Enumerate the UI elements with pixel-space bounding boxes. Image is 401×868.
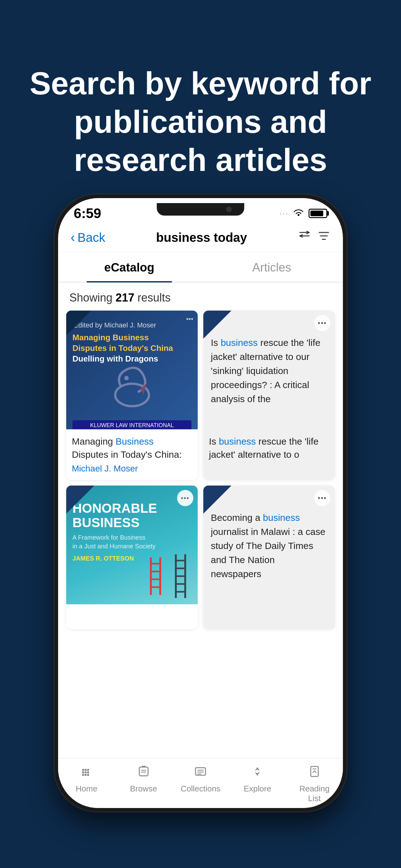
books-grid: ••• Edited by Michael J. Moser Managing … — [58, 311, 343, 480]
ladder-black-icon — [173, 554, 188, 599]
svg-rect-21 — [82, 771, 84, 773]
collections-icon — [194, 765, 207, 781]
hero-title: Search by keyword for publications and r… — [25, 64, 376, 179]
wifi-icon — [293, 208, 304, 219]
books-grid-row2: ••• HONORABLE BUSINESS A Framework for B… — [58, 486, 343, 629]
explore-icon — [250, 765, 264, 781]
ladder-red-icon — [148, 557, 163, 599]
hero-section: Search by keyword for publications and r… — [0, 0, 401, 225]
explore-label: Explore — [244, 784, 271, 794]
article2-dots[interactable]: ••• — [314, 490, 330, 506]
phone-outer: 6:59 ··· — [54, 194, 347, 812]
bottom-tab-bar: Home Browse — [58, 758, 343, 808]
reading-list-icon — [308, 765, 321, 781]
svg-rect-28 — [87, 774, 89, 776]
sort-icon[interactable] — [298, 229, 311, 246]
article1-caption: Is business rescue the 'life jacket' alt… — [209, 435, 329, 461]
article1-meta: Is business rescue the 'life jacket' alt… — [203, 429, 335, 467]
phone-inner: 6:59 ··· — [58, 198, 343, 808]
article2-meta — [203, 604, 335, 629]
svg-marker-37 — [255, 772, 260, 776]
nav-bar: ‹ Back business today — [58, 223, 343, 252]
book1-dots[interactable]: ••• — [186, 315, 193, 323]
book2-meta-title — [72, 610, 192, 623]
article2-caption — [209, 610, 329, 623]
book-card-1[interactable]: ••• Edited by Michael J. Moser Managing … — [66, 311, 198, 480]
book2-corner — [66, 486, 94, 514]
filter-icon[interactable] — [317, 229, 330, 246]
book2-business: BUSINESS — [72, 516, 192, 530]
book1-meta: Managing Business Disputes in Today's Ch… — [66, 429, 198, 480]
svg-rect-25 — [87, 771, 89, 773]
article-card-2[interactable]: ••• Becoming a business journalist in Ma… — [203, 486, 335, 629]
article1-cover: ••• Is business rescue the 'life jacket'… — [203, 311, 335, 429]
book2-dots[interactable]: ••• — [177, 490, 193, 506]
book2-meta — [66, 604, 198, 629]
phone-wrapper: 6:59 ··· — [54, 194, 347, 818]
svg-rect-38 — [311, 767, 318, 776]
status-icons: ··· — [279, 208, 327, 219]
svg-point-6 — [124, 376, 128, 380]
article2-cover: ••• Becoming a business journalist in Ma… — [203, 486, 335, 604]
book1-dragon-area — [72, 364, 192, 420]
tab-home[interactable]: Home — [58, 765, 115, 794]
article1-dots[interactable]: ••• — [314, 315, 330, 331]
svg-rect-29 — [139, 767, 148, 776]
article-card-1[interactable]: ••• Is business rescue the 'life jacket'… — [203, 311, 335, 480]
svg-rect-24 — [87, 769, 89, 771]
notch — [157, 203, 244, 216]
notch-dot — [226, 207, 232, 212]
tab-articles[interactable]: Articles — [201, 252, 343, 282]
tabs-container: eCatalog Articles — [58, 252, 343, 282]
tab-reading-list[interactable]: Reading List — [286, 765, 343, 803]
svg-rect-20 — [82, 769, 84, 771]
tab-collections[interactable]: Collections — [172, 765, 229, 794]
results-count: Showing 217 results — [58, 282, 343, 311]
book1-publisher: KLUWER LAW INTERNATIONAL — [72, 420, 192, 429]
battery-icon — [308, 209, 327, 218]
book2-cover: ••• HONORABLE BUSINESS A Framework for B… — [66, 486, 198, 604]
back-chevron-icon: ‹ — [71, 231, 75, 244]
search-query-title: business today — [105, 230, 298, 245]
back-button[interactable]: ‹ Back — [71, 230, 105, 245]
home-label: Home — [76, 784, 97, 794]
book1-cover: ••• Edited by Michael J. Moser Managing … — [66, 311, 198, 429]
collections-label: Collections — [180, 784, 220, 794]
book2-subtitle: A Framework for Businessin a Just and Hu… — [72, 533, 192, 551]
svg-rect-26 — [82, 774, 84, 776]
nav-actions — [298, 229, 330, 246]
book1-title: Managing Business Disputes in Today's Ch… — [72, 435, 192, 461]
article-corner-2 — [203, 486, 231, 514]
browse-icon — [137, 765, 151, 781]
article-corner-1 — [203, 311, 231, 339]
tab-explore[interactable]: Explore — [229, 765, 286, 794]
tab-browse[interactable]: Browse — [115, 765, 172, 794]
back-label: Back — [77, 230, 105, 245]
book1-cover-title: Managing BusinessDisputes in Today's Chi… — [72, 333, 192, 364]
book1-author: Michael J. Moser — [72, 464, 192, 474]
content-area: Showing 217 results ••• Edited by Michae… — [58, 282, 343, 808]
svg-rect-22 — [85, 769, 87, 771]
tab-ecatalog[interactable]: eCatalog — [58, 252, 201, 282]
browse-label: Browse — [130, 784, 157, 794]
signal-icon: ··· — [279, 208, 289, 218]
home-icon — [80, 765, 93, 781]
svg-marker-36 — [255, 767, 260, 771]
corner-accent — [66, 311, 91, 336]
reading-list-label: Reading List — [299, 784, 330, 803]
status-time: 6:59 — [74, 206, 101, 221]
svg-rect-27 — [85, 774, 87, 776]
svg-rect-23 — [85, 771, 87, 773]
book-card-2[interactable]: ••• HONORABLE BUSINESS A Framework for B… — [66, 486, 198, 629]
